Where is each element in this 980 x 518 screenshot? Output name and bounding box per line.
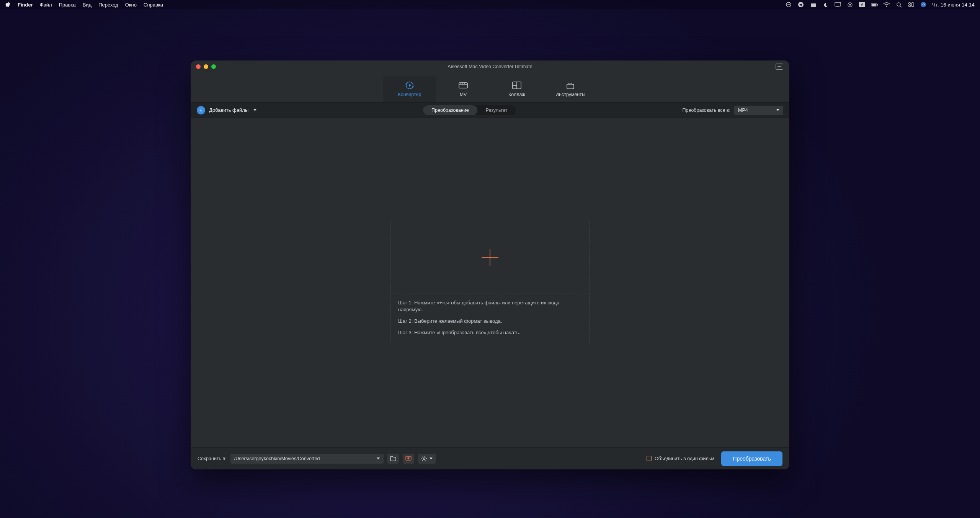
svg-rect-15 (911, 3, 914, 7)
menu-help[interactable]: Справка (144, 2, 163, 8)
gpu-accel-button[interactable] (403, 454, 414, 464)
macos-menubar: Finder Файл Правка Вид Переход Окно Спра… (0, 0, 980, 9)
output-format-value: MP4 (738, 108, 748, 113)
open-folder-button[interactable] (387, 454, 399, 464)
app-window: Aiseesoft Mac Video Converter Ultimate К… (191, 60, 789, 469)
tab-tools[interactable]: Инструменты (544, 76, 597, 102)
chevron-down-icon (776, 109, 779, 111)
tools-icon (565, 81, 575, 90)
file-dropzone[interactable]: Шаг 1: Нажмите «+»,чтобы добавить файлы … (390, 221, 590, 345)
svg-rect-3 (811, 3, 816, 4)
svg-rect-10 (872, 4, 875, 6)
output-format-dropdown[interactable]: MP4 (734, 106, 783, 115)
titlebar-aux-icon[interactable] (776, 64, 783, 70)
chevron-down-icon (430, 458, 433, 459)
tab-collage-label: Коллаж (508, 92, 525, 97)
svg-rect-14 (908, 3, 911, 4)
bottom-bar: Сохранить в: /Users/sergeykochkin/Movies… (191, 447, 789, 469)
svg-point-6 (849, 4, 851, 5)
dropzone-step2: Шаг 2: Выберите желаемый формат вывода. (398, 318, 582, 325)
merge-label: Объединить в один фильм (655, 456, 714, 461)
dropzone-plus-area[interactable] (390, 221, 590, 294)
pill-result[interactable]: Результат (477, 105, 516, 115)
menu-edit[interactable]: Правка (59, 2, 76, 8)
window-titlebar: Aiseesoft Mac Video Converter Ultimate (191, 60, 789, 73)
svg-point-24 (423, 458, 425, 459)
menu-file[interactable]: Файл (40, 2, 52, 8)
convert-all-label: Преобразовать все в: (683, 108, 730, 113)
chevron-down-icon (377, 458, 380, 459)
telegram-icon[interactable] (797, 1, 804, 8)
wifi-icon[interactable] (883, 1, 890, 8)
menubar-right: A Чт, 16 июня 14:14 (785, 1, 975, 8)
svg-rect-21 (567, 84, 574, 89)
spotlight-icon[interactable] (895, 1, 902, 8)
plus-icon: + (197, 106, 205, 114)
pill-convert[interactable]: Преобразование (423, 105, 477, 115)
main-tabs: Конвертер MV Коллаж Инструменты (191, 73, 789, 103)
dropzone-step3: Шаг 3: Нажмите «Преобразовать все»,чтобы… (398, 329, 582, 336)
plus-icon (482, 249, 498, 266)
bottom-left: Сохранить в: /Users/sergeykochkin/Movies… (198, 454, 436, 464)
tab-converter[interactable]: Конвертер (383, 76, 436, 102)
mv-icon (458, 81, 468, 90)
apple-menu-icon[interactable] (5, 2, 11, 8)
svg-rect-4 (835, 2, 841, 6)
svg-rect-16 (908, 5, 911, 7)
convert-all-group: Преобразовать все в: MP4 (683, 106, 783, 115)
merge-checkbox-group[interactable]: Объединить в один фильм (647, 456, 714, 461)
svg-text:A: A (861, 3, 864, 7)
menu-window[interactable]: Окно (125, 2, 137, 8)
save-path-dropdown[interactable]: /Users/sergeykochkin/Movies/Converted (230, 454, 384, 464)
gear-icon (421, 456, 427, 462)
svg-point-23 (408, 458, 409, 459)
converter-icon (405, 81, 415, 90)
control-center-icon[interactable] (908, 1, 915, 8)
window-title: Aiseesoft Mac Video Converter Ultimate (448, 64, 532, 69)
tab-converter-label: Конвертер (398, 92, 421, 97)
save-to-label: Сохранить в: (198, 456, 227, 461)
menu-go[interactable]: Переход (98, 2, 118, 8)
window-close-button[interactable] (196, 64, 201, 69)
merge-checkbox[interactable] (647, 456, 652, 461)
save-path-value: /Users/sergeykochkin/Movies/Converted (234, 456, 320, 461)
svg-point-12 (886, 7, 887, 7)
add-files-label: Добавить файлы (209, 107, 248, 113)
convert-button[interactable]: Преобразовать (721, 451, 782, 466)
moon-icon[interactable] (822, 1, 829, 8)
menubar-app-name[interactable]: Finder (18, 2, 33, 8)
status-icon-1[interactable] (785, 1, 792, 8)
bottom-right: Объединить в один фильм Преобразовать (647, 451, 782, 466)
menu-view[interactable]: Вид (83, 2, 92, 8)
settings-button[interactable] (418, 454, 436, 464)
menubar-clock[interactable]: Чт, 16 июня 14:14 (932, 2, 975, 8)
tab-mv[interactable]: MV (436, 76, 490, 102)
window-minimize-button[interactable] (204, 64, 208, 69)
stage: Шаг 1: Нажмите «+»,чтобы добавить файлы … (191, 118, 789, 447)
sync-icon[interactable] (846, 1, 853, 8)
siri-icon[interactable] (920, 1, 927, 8)
battery-icon[interactable] (871, 1, 878, 8)
svg-rect-11 (877, 4, 877, 5)
window-traffic-lights (196, 64, 216, 69)
collage-icon (512, 81, 522, 90)
dropzone-steps: Шаг 1: Нажмите «+»,чтобы добавить файлы … (390, 294, 590, 337)
display-icon[interactable] (834, 1, 841, 8)
menubar-left: Finder Файл Правка Вид Переход Окно Спра… (5, 2, 163, 8)
input-source-icon[interactable]: A (859, 1, 866, 8)
svg-rect-19 (459, 83, 467, 88)
tab-mv-label: MV (460, 92, 467, 97)
dropzone-step1: Шаг 1: Нажмите «+»,чтобы добавить файлы … (398, 299, 582, 313)
add-files-button[interactable]: + Добавить файлы (197, 106, 256, 114)
svg-point-17 (921, 2, 926, 7)
calendar-icon[interactable] (810, 1, 817, 8)
tab-collage[interactable]: Коллаж (490, 76, 544, 102)
tab-tools-label: Инструменты (555, 92, 585, 97)
window-zoom-button[interactable] (211, 64, 216, 69)
chevron-down-icon (253, 109, 256, 111)
mode-toggle: Преобразование Результат (423, 105, 516, 115)
sub-toolbar: + Добавить файлы Преобразование Результа… (191, 103, 789, 118)
svg-point-13 (897, 3, 900, 6)
